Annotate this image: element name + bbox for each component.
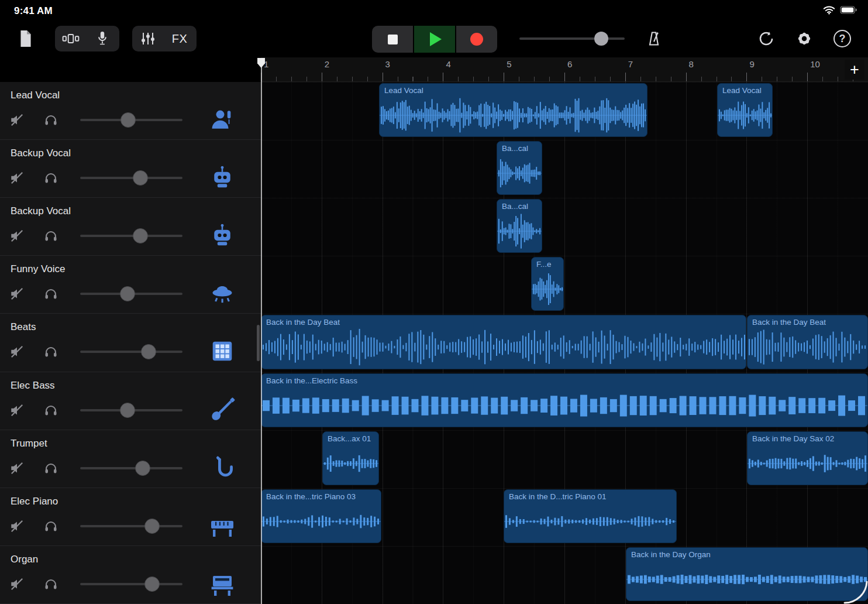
mute-button[interactable] xyxy=(8,517,26,535)
master-volume-thumb[interactable] xyxy=(594,32,608,46)
track-volume-slider[interactable] xyxy=(80,521,182,531)
track-panel-resize-handle[interactable] xyxy=(257,325,260,361)
track-volume-slider[interactable] xyxy=(80,464,182,473)
audio-region[interactable]: Back in the...Electric Bass xyxy=(261,373,868,427)
my-songs-button[interactable] xyxy=(14,26,37,52)
track-volume-thumb[interactable] xyxy=(120,112,136,128)
headphones-solo-button[interactable] xyxy=(42,401,60,419)
stop-button[interactable] xyxy=(372,26,413,53)
audio-region[interactable]: Lead Vocal xyxy=(379,83,647,137)
audio-region[interactable]: Back in the...tric Piano 03 xyxy=(261,489,381,543)
track-volume-slider[interactable] xyxy=(80,347,182,356)
bass-guitar-icon[interactable] xyxy=(208,396,236,424)
track-volume-slider[interactable] xyxy=(80,289,182,298)
track-volume-slider[interactable] xyxy=(80,406,182,415)
settings-gear-icon[interactable] xyxy=(793,28,816,49)
headphones-solo-button[interactable] xyxy=(42,517,60,535)
track-header[interactable]: Beats xyxy=(0,314,261,372)
record-icon xyxy=(470,33,483,46)
waveform xyxy=(261,387,867,424)
track-header[interactable]: Backup Vocal xyxy=(0,198,261,256)
track-volume-thumb[interactable] xyxy=(144,519,160,534)
track-volume-thumb[interactable] xyxy=(141,344,156,359)
record-button[interactable] xyxy=(456,26,497,53)
metronome-button[interactable] xyxy=(642,28,666,49)
track-name: Beats xyxy=(11,321,36,333)
track-name: Organ xyxy=(11,554,38,565)
measure-number: 3 xyxy=(383,57,443,81)
mute-button[interactable] xyxy=(8,459,26,477)
track-volume-thumb[interactable] xyxy=(135,461,150,476)
arrangement-timeline[interactable]: Lead VocalLead VocalBa...calBa...calF...… xyxy=(261,82,868,604)
robot-icon[interactable] xyxy=(208,221,236,249)
audio-region[interactable]: Back in the Day Beat xyxy=(261,315,746,369)
robot-icon[interactable] xyxy=(208,163,236,191)
add-track-button[interactable]: + xyxy=(845,60,864,80)
track-volume-slider[interactable] xyxy=(80,579,182,589)
measure-number: 8 xyxy=(686,57,747,81)
track-volume-rail xyxy=(80,235,182,237)
fx-button[interactable]: FX xyxy=(164,26,195,52)
mute-button[interactable] xyxy=(8,227,26,245)
loop-browser-icon[interactable] xyxy=(755,28,778,49)
track-volume-slider[interactable] xyxy=(80,115,182,125)
track-header[interactable]: Backup Vocal xyxy=(0,140,261,198)
track-volume-thumb[interactable] xyxy=(133,228,148,243)
headphones-solo-button[interactable] xyxy=(42,169,60,187)
mute-button[interactable] xyxy=(8,111,26,129)
organ-icon[interactable] xyxy=(208,569,236,598)
audio-region[interactable]: Back in the Day Organ xyxy=(626,547,868,601)
track-volume-slider[interactable] xyxy=(80,173,182,183)
waveform xyxy=(497,212,542,250)
audio-region[interactable]: Back in the Day Beat xyxy=(747,315,868,369)
region-label: Ba...cal xyxy=(502,202,528,211)
track-view-toggle[interactable] xyxy=(55,26,87,52)
headphones-solo-button[interactable] xyxy=(42,111,60,129)
audio-region[interactable]: Ba...cal xyxy=(497,141,542,195)
mute-button[interactable] xyxy=(8,401,26,419)
track-header[interactable]: Funny Voice xyxy=(0,256,261,314)
audio-region[interactable]: Back...ax 01 xyxy=(322,431,379,485)
electric-piano-icon[interactable] xyxy=(208,512,236,540)
help-button[interactable]: ? xyxy=(831,28,854,49)
mixer-sliders-icon[interactable] xyxy=(132,26,164,52)
audio-region[interactable]: Back in the D...tric Piano 01 xyxy=(504,489,677,543)
audio-region[interactable]: Back in the Day Sax 02 xyxy=(747,431,868,485)
ufo-icon[interactable] xyxy=(208,279,236,307)
mute-button[interactable] xyxy=(8,575,26,593)
measure-number: 7 xyxy=(625,57,686,81)
headphones-solo-button[interactable] xyxy=(42,227,60,245)
play-button[interactable] xyxy=(414,26,455,53)
singer-icon[interactable] xyxy=(208,105,236,133)
track-header[interactable]: Lead Vocal xyxy=(0,82,261,140)
drum-machine-icon[interactable] xyxy=(208,337,236,365)
region-label: Lead Vocal xyxy=(384,86,423,95)
track-header[interactable]: Trumpet xyxy=(0,430,261,488)
track-header[interactable]: Organ xyxy=(0,546,261,604)
region-label: Back in the Day Sax 02 xyxy=(752,434,834,443)
headphones-solo-button[interactable] xyxy=(42,459,60,477)
audio-region[interactable]: Ba...cal xyxy=(497,199,542,253)
track-header[interactable]: Elec Piano xyxy=(0,488,261,546)
audio-region[interactable]: F...e xyxy=(531,257,564,311)
track-volume-thumb[interactable] xyxy=(120,286,135,301)
mute-button[interactable] xyxy=(8,285,26,303)
headphones-solo-button[interactable] xyxy=(42,343,60,361)
saxophone-icon[interactable] xyxy=(208,454,236,482)
measure-number: 4 xyxy=(443,57,504,81)
track-header[interactable]: Elec Bass xyxy=(0,372,261,430)
microphone-icon[interactable] xyxy=(87,26,118,52)
track-volume-thumb[interactable] xyxy=(144,576,160,592)
mute-button[interactable] xyxy=(8,169,26,187)
track-volume-thumb[interactable] xyxy=(133,170,148,186)
headphones-solo-button[interactable] xyxy=(42,575,60,593)
track-volume-thumb[interactable] xyxy=(120,403,135,418)
timeline-ruler[interactable]: 12345678910 + xyxy=(261,57,868,82)
audio-region[interactable]: Lead Vocal xyxy=(717,83,773,137)
track-volume-slider[interactable] xyxy=(80,231,182,241)
track-volume-rail xyxy=(80,467,182,469)
track-name: Elec Bass xyxy=(11,380,55,392)
headphones-solo-button[interactable] xyxy=(42,285,60,303)
master-volume-slider[interactable] xyxy=(519,37,625,40)
mute-button[interactable] xyxy=(8,343,26,361)
